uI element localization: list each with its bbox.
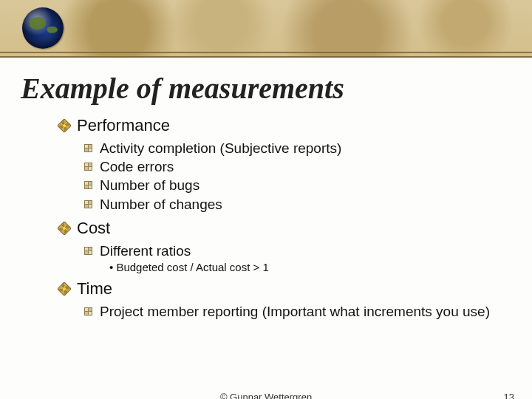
- copyright-text: © Gunnar Wettergren: [220, 392, 312, 399]
- divider: [0, 56, 532, 58]
- bullet-lvl2-icon: [84, 247, 92, 255]
- list-subitem: Budgeted cost / Actual cost > 1: [109, 261, 510, 273]
- section-heading-text: Performance: [77, 116, 170, 135]
- list-item: Activity completion (Subjective reports): [84, 140, 510, 157]
- bullet-lvl2-icon: [84, 181, 92, 189]
- slide-banner: [0, 0, 532, 58]
- list-item: Number of changes: [84, 196, 510, 213]
- slide-title: Example of measurements: [21, 71, 532, 106]
- section-heading: Cost: [59, 219, 510, 238]
- list-item-text: Number of changes: [100, 196, 222, 213]
- section-heading-text: Cost: [77, 219, 110, 238]
- section-heading: Time: [59, 279, 510, 299]
- bullet-lvl1-icon: [57, 282, 72, 296]
- bullet-lvl2-icon: [84, 144, 92, 152]
- section-heading-text: Time: [77, 279, 112, 299]
- list-item-text: Different ratios: [100, 242, 191, 259]
- list-item-text: Code errors: [100, 158, 174, 175]
- list-item: Code errors: [84, 158, 510, 175]
- bullet-lvl1-icon: [57, 118, 72, 133]
- page-number: 13: [504, 392, 514, 399]
- list-item-text: Project member reporting (Important what…: [100, 303, 490, 320]
- list-item-text: Number of bugs: [100, 177, 200, 194]
- globe-icon: [22, 7, 64, 49]
- bullet-lvl2-icon: [84, 163, 92, 171]
- section-heading: Performance: [59, 116, 510, 135]
- list-item-text: Activity completion (Subjective reports): [100, 140, 341, 157]
- bullet-lvl1-icon: [57, 221, 72, 236]
- bullet-lvl2-icon: [84, 307, 92, 316]
- list-item: Project member reporting (Important what…: [84, 303, 510, 320]
- list-item: Number of bugs: [84, 177, 510, 194]
- bullet-lvl2-icon: [84, 200, 92, 208]
- list-item: Different ratios: [84, 242, 510, 259]
- divider: [0, 52, 532, 53]
- slide-body: Performance Activity completion (Subject…: [59, 116, 510, 320]
